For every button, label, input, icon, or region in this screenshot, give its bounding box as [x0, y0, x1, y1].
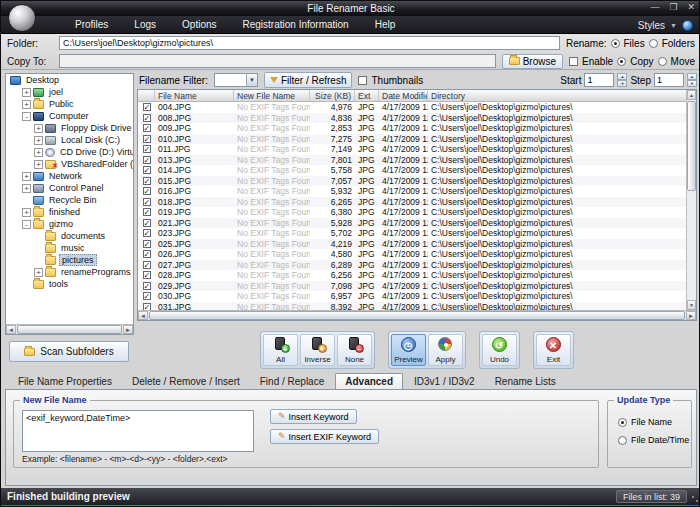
column-ext[interactable]: Ext [355, 90, 379, 101]
scroll-down-icon[interactable]: ▼ [687, 300, 696, 310]
tree-item-public[interactable]: +Public [6, 98, 133, 110]
row-checkbox[interactable]: ✓ [143, 156, 151, 164]
row-checkbox[interactable]: ✓ [143, 103, 151, 111]
table-row[interactable]: ✓004.JPGNo EXIF Tags Found4,976JPG4/17/2… [138, 102, 696, 113]
row-checkbox[interactable]: ✓ [143, 229, 151, 237]
row-checkbox[interactable]: ✓ [143, 240, 151, 248]
tree-item-vbsharedfolder-vboxsvr-z[interactable]: +VBSharedFolder (\\vboxsvr) (Z [6, 158, 133, 170]
menu-item-options[interactable]: Options [182, 19, 216, 30]
folder-input[interactable]: C:\Users\joel\Desktop\gizmo\pictures\ [59, 36, 560, 50]
start-spinner[interactable]: ▲▼ [617, 73, 627, 87]
update-file-name-radio[interactable] [618, 418, 627, 427]
copy-radio[interactable] [617, 57, 626, 66]
tree-item-recycle-bin[interactable]: Recycle Bin [6, 194, 133, 206]
tab-file-name-properties[interactable]: File Name Properties [9, 374, 121, 389]
step-input[interactable]: 1 [654, 73, 684, 87]
row-checkbox[interactable]: ✓ [143, 114, 151, 122]
scan-subfolders-button[interactable]: Scan Subfolders [9, 341, 129, 362]
tab-rename-lists[interactable]: Rename Lists [486, 374, 565, 389]
expand-icon[interactable]: + [22, 100, 31, 109]
scrollbar-thumb[interactable] [149, 311, 685, 320]
column-directory[interactable]: Directory [428, 90, 696, 101]
row-checkbox[interactable]: ✓ [143, 135, 151, 143]
scrollbar-thumb[interactable] [17, 325, 122, 334]
row-checkbox[interactable]: ✓ [143, 198, 151, 206]
tree-item-computer[interactable]: -Computer [6, 110, 133, 122]
row-checkbox[interactable]: ✓ [143, 145, 151, 153]
menu-item-registration-information[interactable]: Registration Information [243, 19, 349, 30]
browse-button[interactable]: Browse [502, 54, 563, 69]
copyto-input[interactable] [59, 54, 496, 68]
table-row[interactable]: ✓029.JPGNo EXIF Tags Found7,098JPG4/17/2… [138, 281, 696, 292]
row-checkbox[interactable]: ✓ [143, 124, 151, 132]
table-row[interactable]: ✓011.JPGNo EXIF Tags Found7,149JPG4/17/2… [138, 144, 696, 155]
tree-horizontal-scrollbar[interactable]: ◄ ► [6, 324, 133, 334]
table-row[interactable]: ✓013.JPGNo EXIF Tags Found7,801JPG4/17/2… [138, 155, 696, 166]
scroll-up-icon[interactable]: ▲ [687, 90, 696, 100]
table-row[interactable]: ✓023.JPGNo EXIF Tags Found5,702JPG4/17/2… [138, 228, 696, 239]
scroll-left-icon[interactable]: ◄ [6, 325, 16, 334]
enable-checkbox[interactable] [569, 57, 578, 66]
tab-find-replace[interactable]: Find / Replace [251, 374, 333, 389]
column-date-modified[interactable]: Date Modified [379, 90, 428, 101]
table-row[interactable]: ✓027.JPGNo EXIF Tags Found6,289JPG4/17/2… [138, 260, 696, 271]
tree-item-music[interactable]: music [6, 242, 133, 254]
table-horizontal-scrollbar[interactable]: ◄ ► [138, 310, 696, 320]
row-checkbox[interactable]: ✓ [143, 250, 151, 258]
table-row[interactable]: ✓021.JPGNo EXIF Tags Found5,928JPG4/17/2… [138, 218, 696, 229]
table-row[interactable]: ✓030.JPGNo EXIF Tags Found6,957JPG4/17/2… [138, 291, 696, 302]
column-checkbox[interactable] [138, 90, 155, 101]
scroll-left-icon[interactable]: ◄ [138, 311, 148, 320]
tree-item-gizmo[interactable]: -gizmo [6, 218, 133, 230]
start-input[interactable]: 1 [584, 73, 614, 87]
preview-button[interactable]: ◷Preview [391, 334, 426, 366]
styles-menu[interactable]: Styles [638, 20, 665, 31]
menu-item-profiles[interactable]: Profiles [75, 19, 108, 30]
expand-icon[interactable]: + [34, 124, 43, 133]
step-spinner[interactable]: ▲▼ [687, 73, 697, 87]
column-file-name[interactable]: File Name [155, 90, 234, 101]
table-row[interactable]: ✓016.JPGNo EXIF Tags Found5,932JPG4/17/2… [138, 186, 696, 197]
expand-icon[interactable]: + [22, 208, 31, 217]
tree-item-floppy-disk-drive-a[interactable]: +Floppy Disk Drive (A:) [6, 122, 133, 134]
table-row[interactable]: ✓026.JPGNo EXIF Tags Found4,580JPG4/17/2… [138, 249, 696, 260]
row-checkbox[interactable]: ✓ [143, 292, 151, 300]
tree-item-tools[interactable]: tools [6, 278, 133, 290]
menu-item-logs[interactable]: Logs [134, 19, 156, 30]
inverse-button[interactable]: ✦Inverse [300, 334, 335, 366]
tab-advanced[interactable]: Advanced [335, 373, 403, 389]
undo-button[interactable]: ↺Undo [482, 334, 517, 366]
table-vertical-scrollbar[interactable]: ▲ ▼ [686, 90, 696, 310]
insert-exif-keyword-button[interactable]: ✎ Insert EXIF Keyword [270, 429, 379, 444]
expand-icon[interactable]: + [34, 148, 43, 157]
collapse-icon[interactable]: - [22, 220, 31, 229]
table-row[interactable]: ✓014.JPGNo EXIF Tags Found5,758JPG4/17/2… [138, 165, 696, 176]
column-new-file-name[interactable]: New File Name [234, 90, 310, 101]
expand-icon[interactable]: + [34, 160, 43, 169]
tree-item-documents[interactable]: documents [6, 230, 133, 242]
row-checkbox[interactable]: ✓ [143, 166, 151, 174]
tree-item-local-disk-c[interactable]: +Local Disk (C:) [6, 134, 133, 146]
row-checkbox[interactable]: ✓ [143, 271, 151, 279]
expand-icon[interactable]: + [22, 184, 31, 193]
close-button[interactable]: ✕ [687, 2, 695, 12]
row-checkbox[interactable]: ✓ [143, 177, 151, 185]
table-row[interactable]: ✓025.JPGNo EXIF Tags Found4,219JPG4/17/2… [138, 239, 696, 250]
tree-item-desktop[interactable]: Desktop [6, 74, 133, 86]
tree-item-renameprograms[interactable]: +renamePrograms [6, 266, 133, 278]
update-file-date-radio[interactable] [618, 436, 627, 445]
table-row[interactable]: ✓010.JPGNo EXIF Tags Found7,275JPG4/17/2… [138, 134, 696, 145]
table-row[interactable]: ✓018.JPGNo EXIF Tags Found6,265JPG4/17/2… [138, 197, 696, 208]
tree-item-joel[interactable]: +joel [6, 86, 133, 98]
filename-filter-combo[interactable]: ▼ [214, 73, 258, 87]
new-file-name-input[interactable]: <exif_keyword,DateTime> [22, 410, 254, 452]
filter-refresh-button[interactable]: Filter / Refresh [264, 72, 353, 88]
tree-item-network[interactable]: +Network [6, 170, 133, 182]
table-row[interactable]: ✓019.JPGNo EXIF Tags Found6,380JPG4/17/2… [138, 207, 696, 218]
maximize-button[interactable]: ❐ [669, 2, 677, 12]
rename-folders-radio[interactable] [649, 39, 658, 48]
table-row[interactable]: ✓008.JPGNo EXIF Tags Found4,836JPG4/17/2… [138, 113, 696, 124]
help-icon[interactable] [682, 20, 693, 31]
table-row[interactable]: ✓015.JPGNo EXIF Tags Found7,057JPG4/17/2… [138, 176, 696, 187]
table-row[interactable]: ✓009.JPGNo EXIF Tags Found2,853JPG4/17/2… [138, 123, 696, 134]
